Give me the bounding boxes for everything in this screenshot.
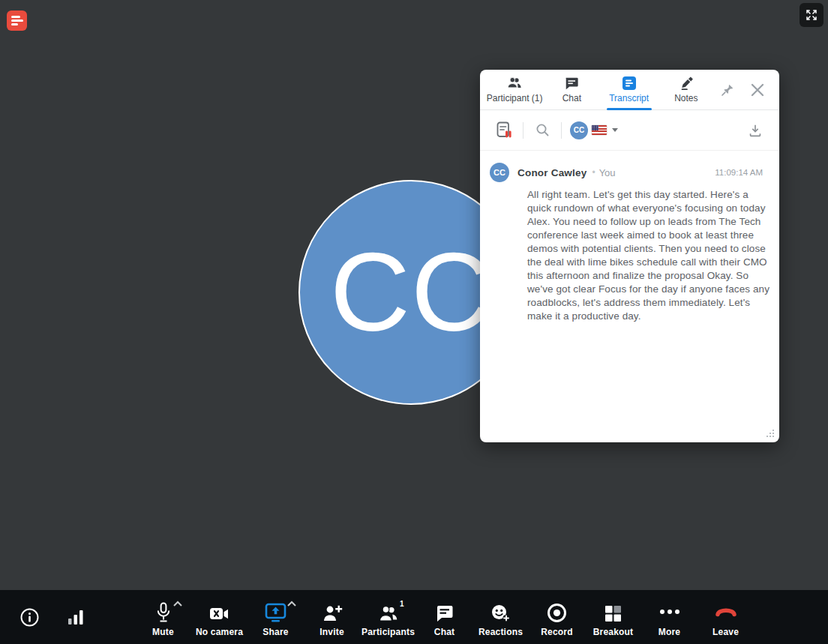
chat-button[interactable]: Chat bbox=[416, 598, 472, 637]
control-label: Reactions bbox=[478, 627, 523, 637]
tab-chat[interactable]: Chat bbox=[543, 70, 600, 109]
control-label: More bbox=[658, 627, 680, 637]
control-label: Invite bbox=[320, 627, 344, 637]
status-group bbox=[16, 590, 88, 644]
participants-button[interactable]: 1 Participants bbox=[360, 598, 416, 637]
download-transcript-button[interactable] bbox=[745, 120, 766, 141]
chat-icon bbox=[434, 604, 454, 623]
tab-label: Chat bbox=[562, 93, 581, 103]
tab-transcript[interactable]: Transcript bbox=[601, 70, 658, 109]
avatar-initials: CC bbox=[330, 229, 492, 356]
participants-icon: 1 bbox=[378, 604, 399, 623]
connection-quality-button[interactable] bbox=[63, 604, 88, 630]
transcript-entry-header: CC Conor Cawley • You 11:09:14 AM bbox=[490, 163, 763, 182]
control-label: Share bbox=[262, 627, 288, 637]
panel-actions bbox=[715, 70, 775, 109]
notes-icon bbox=[679, 76, 694, 91]
participants-icon bbox=[506, 76, 523, 91]
close-panel-button[interactable] bbox=[745, 77, 770, 103]
main-controls: Mute No camera bbox=[135, 590, 754, 644]
control-label: No camera bbox=[196, 627, 243, 637]
control-label: Leave bbox=[712, 627, 739, 637]
pin-panel-button[interactable] bbox=[715, 77, 740, 103]
invite-button[interactable]: Invite bbox=[304, 598, 360, 637]
fullscreen-button[interactable] bbox=[800, 3, 824, 27]
logo-line bbox=[11, 16, 20, 18]
caret-up-icon[interactable] bbox=[286, 601, 297, 607]
transcript-toolbar: CC bbox=[480, 110, 779, 151]
tab-notes[interactable]: Notes bbox=[658, 70, 715, 109]
logo-line bbox=[11, 23, 18, 25]
app-logo-icon[interactable] bbox=[7, 10, 27, 31]
meeting-side-panel: Participant (1) Chat Transc bbox=[480, 70, 779, 442]
avatar: CC bbox=[490, 163, 509, 182]
microphone-icon bbox=[154, 602, 172, 623]
timestamp: 11:09:14 AM bbox=[715, 168, 763, 177]
speaker-avatar: CC bbox=[570, 121, 588, 139]
pause-transcript-button[interactable] bbox=[494, 120, 514, 141]
tab-participant[interactable]: Participant (1) bbox=[486, 70, 543, 109]
meeting-control-bar: Mute No camera bbox=[0, 590, 828, 644]
transcript-entry: CC Conor Cawley • You 11:09:14 AM All ri… bbox=[490, 163, 763, 323]
control-label: Mute bbox=[152, 627, 174, 637]
info-icon bbox=[20, 607, 40, 628]
tab-label: Notes bbox=[674, 93, 698, 103]
participants-count-badge: 1 bbox=[400, 600, 404, 608]
leave-button[interactable]: Leave bbox=[698, 598, 754, 637]
transcript-content[interactable]: CC Conor Cawley • You 11:09:14 AM All ri… bbox=[480, 151, 779, 442]
share-screen-icon bbox=[265, 603, 286, 623]
more-button[interactable]: More bbox=[641, 598, 698, 637]
breakout-icon bbox=[604, 604, 622, 623]
leave-icon bbox=[715, 606, 737, 617]
record-icon bbox=[547, 603, 567, 623]
record-button[interactable]: Record bbox=[529, 598, 585, 637]
reactions-button[interactable]: Reactions bbox=[472, 598, 529, 637]
panel-resize-handle[interactable] bbox=[765, 428, 776, 439]
breakout-button[interactable]: Breakout bbox=[585, 598, 641, 637]
invite-icon bbox=[322, 604, 343, 623]
tab-label: Participant (1) bbox=[487, 93, 543, 103]
download-icon bbox=[747, 122, 764, 139]
mute-button[interactable]: Mute bbox=[135, 598, 191, 637]
caret-down-icon bbox=[612, 128, 618, 132]
language-selector[interactable]: CC bbox=[570, 121, 618, 139]
us-flag-icon bbox=[592, 125, 607, 135]
speaker-name: Conor Cawley bbox=[518, 167, 586, 178]
toolbar-divider bbox=[523, 122, 524, 139]
search-icon bbox=[535, 122, 550, 138]
chat-icon bbox=[564, 76, 579, 91]
panel-tab-bar: Participant (1) Chat Transc bbox=[480, 70, 779, 110]
pin-icon bbox=[720, 82, 735, 97]
search-transcript-button[interactable] bbox=[532, 120, 553, 141]
control-label: Chat bbox=[434, 627, 454, 637]
more-icon bbox=[659, 609, 680, 615]
control-label: Record bbox=[541, 627, 573, 637]
expand-icon bbox=[805, 8, 818, 22]
control-label: Breakout bbox=[593, 627, 634, 637]
transcript-pause-icon bbox=[495, 121, 514, 139]
camera-off-icon bbox=[208, 605, 231, 623]
transcript-text: All right team. Let's get this day start… bbox=[527, 188, 772, 323]
close-icon bbox=[750, 82, 765, 97]
signal-strength-icon bbox=[68, 610, 84, 625]
toolbar-divider bbox=[561, 122, 562, 139]
reactions-icon bbox=[490, 604, 511, 623]
you-label: You bbox=[599, 167, 616, 178]
caret-up-icon[interactable] bbox=[172, 601, 183, 607]
control-label: Participants bbox=[362, 627, 415, 637]
tab-label: Transcript bbox=[609, 93, 649, 103]
separator-dot: • bbox=[592, 167, 595, 178]
meeting-info-button[interactable] bbox=[16, 604, 42, 630]
transcript-icon bbox=[622, 76, 637, 91]
no-camera-button[interactable]: No camera bbox=[191, 598, 248, 637]
logo-line bbox=[11, 19, 23, 22]
share-button[interactable]: Share bbox=[248, 598, 304, 637]
